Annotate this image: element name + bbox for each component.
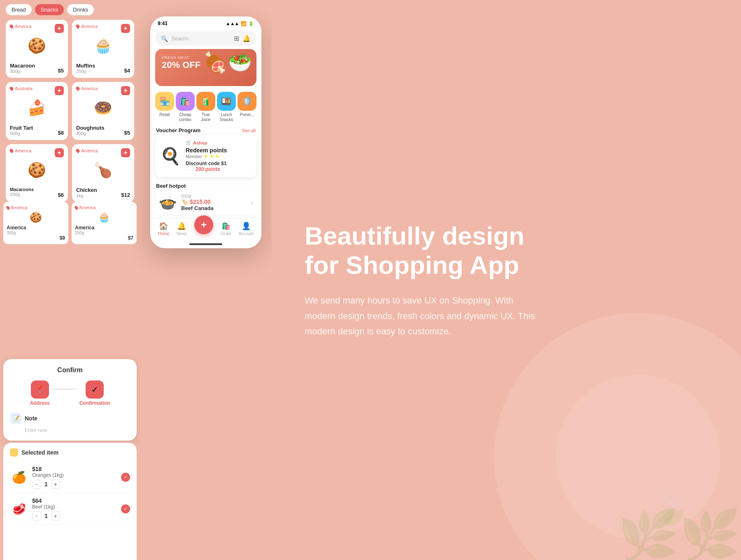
- cat-retail-label: Retail: [159, 112, 170, 117]
- signal-icon: ▲▲▲: [226, 21, 239, 26]
- product-name: Beef Canada: [181, 205, 247, 211]
- add-muffins-button[interactable]: +: [121, 24, 130, 33]
- selected-item-oranges: 🍊 $18 Oranges (1kg) - 1 + ✓: [10, 462, 130, 493]
- tab-bread[interactable]: Bread: [6, 4, 32, 15]
- macaroons2-price: $6: [58, 192, 64, 198]
- voucher-food-image: 🍳: [160, 147, 181, 166]
- oranges-qty-plus[interactable]: +: [51, 480, 60, 489]
- confirmation-step-label: Confirmation: [79, 400, 110, 406]
- voucher-discount: Discount code $1: [186, 161, 252, 166]
- home-icon: 🏠: [159, 222, 168, 231]
- search-placeholder: Search...: [171, 35, 231, 42]
- macaroons2-weight: 200g: [10, 192, 64, 197]
- fruittart-name: Fruit Tart: [10, 125, 64, 131]
- muffins-image: 🧁: [76, 31, 130, 60]
- nav-add-button[interactable]: +: [194, 215, 213, 234]
- cat-cheap-combo[interactable]: 🛍️ Cheap combo: [174, 92, 196, 122]
- oranges-name: Oranges (1kg): [32, 472, 117, 478]
- news-icon: 🔔: [177, 222, 186, 231]
- add-macaroon-button[interactable]: +: [55, 24, 64, 33]
- product-weight: 500gr: [181, 194, 247, 198]
- deco-leaf: 🍃: [650, 488, 692, 527]
- confirm-steps: 📍 Address ✓ Confirmation: [10, 380, 130, 406]
- status-icons: ▲▲▲ 📶 🔋: [226, 21, 254, 26]
- america-card-1: America 🍪 America 300g $9: [3, 202, 68, 244]
- tab-drinks[interactable]: Drinks: [67, 4, 94, 15]
- nav-home[interactable]: 🏠 Home: [158, 222, 169, 236]
- points-dashes: ······: [186, 167, 193, 172]
- oranges-qty-minus[interactable]: -: [32, 480, 41, 489]
- product-card-beef: 🍲 500gr 🏷️ $215.00 Beef Canada ›: [155, 191, 256, 215]
- nav-order[interactable]: 🛍️ Order: [221, 222, 231, 236]
- tab-snacks[interactable]: Snacks: [35, 4, 64, 15]
- chicken-price: $12: [121, 192, 130, 198]
- left-panel: Bread Snacks Drinks America + 🍪 Macaroon…: [0, 0, 140, 560]
- fruittart-image: 🍰: [10, 93, 64, 122]
- beef-name: Beef (1kg): [32, 504, 117, 510]
- nav-account[interactable]: 👤 Account: [239, 222, 254, 236]
- doughnuts-price: $5: [124, 130, 130, 136]
- america-card-2: America 🧁 America 250g $7: [72, 202, 137, 244]
- product-image: 🍲: [158, 194, 177, 211]
- pin-icon: [75, 148, 81, 154]
- status-time: 9:41: [158, 21, 168, 26]
- voucher-points-row: ······ 200 points: [186, 166, 252, 172]
- bell-icon[interactable]: 🔔: [242, 35, 251, 42]
- middle-panel: 9:41 ▲▲▲ 📶 🔋 🔍 Search... ⊞ 🔔 FRESH MEAT …: [140, 0, 272, 560]
- banner-food: 🍖🥗: [203, 51, 252, 74]
- beef-qty-minus[interactable]: -: [32, 511, 41, 520]
- battery-icon: 🔋: [248, 21, 254, 26]
- food-card-macaroon: America + 🍪 Macaroon 300g $5: [6, 20, 68, 78]
- beef-img: 🥩: [10, 500, 28, 518]
- oranges-info: $18 Oranges (1kg) - 1 +: [32, 466, 117, 489]
- add-chicken-button[interactable]: +: [121, 148, 130, 157]
- food-card-muffins: America + 🧁 Muffins 250g $4: [72, 20, 134, 78]
- beef-qty-plus[interactable]: +: [51, 511, 60, 520]
- add-fruittart-button[interactable]: +: [55, 86, 64, 95]
- oranges-qty-val: 1: [44, 481, 48, 488]
- food-card-doughnuts: America + 🍩 Doughnuts 300g $5: [72, 82, 134, 140]
- home-indicator: [189, 243, 222, 245]
- note-label: Note: [25, 415, 37, 422]
- oranges-check: ✓: [121, 473, 130, 482]
- address-step-label: Address: [30, 400, 50, 406]
- macaroon-image: 🍪: [10, 31, 64, 60]
- product-section-header: Beef hotpot: [150, 180, 261, 191]
- doughnuts-weight: 300g: [76, 131, 130, 136]
- chicken-image: 🍗: [76, 156, 130, 184]
- hero-description: We send many hours to save UX on Shoppin…: [305, 293, 535, 339]
- star-3: ★: [215, 154, 219, 159]
- step-line: [52, 389, 77, 390]
- selected-title: Selected item: [10, 448, 130, 457]
- note-placeholder[interactable]: Enter note: [25, 427, 130, 433]
- phone-banner: FRESH MEAT 20% OFF 🍖🥗: [155, 49, 256, 86]
- product-chevron[interactable]: ›: [251, 198, 253, 207]
- cat-preve[interactable]: 🛡️ Preve...: [238, 92, 256, 122]
- voucher-member: Member ★ ★ ★: [186, 154, 252, 159]
- store-icon: 🛒: [186, 140, 191, 145]
- qr-icon[interactable]: ⊞: [234, 35, 239, 42]
- pin-icon: [9, 24, 14, 29]
- see-all-button[interactable]: See all: [242, 128, 256, 133]
- phone-frame: 9:41 ▲▲▲ 📶 🔋 🔍 Search... ⊞ 🔔 FRESH MEAT …: [150, 16, 261, 248]
- selected-icon: [10, 448, 18, 457]
- cat-lunch-snacks[interactable]: 🍱 Lunch Snacks: [215, 92, 238, 122]
- cat-true-juice-label: True Juice: [196, 112, 215, 122]
- selected-item-beef: 🥩 $64 Beef (1kg) - 1 + ✓: [10, 493, 130, 525]
- food-card-chicken: America + 🍗 Chicken 1kg $12: [72, 144, 134, 202]
- nav-news[interactable]: 🔔 News: [177, 222, 187, 236]
- add-macaroons2-button[interactable]: +: [55, 148, 64, 157]
- voucher-section-header: Voucher Program See all: [150, 125, 261, 135]
- search-bar[interactable]: 🔍 Search... ⊞ 🔔: [155, 31, 256, 46]
- nav-home-label: Home: [158, 231, 169, 236]
- beef-qty-control: - 1 +: [32, 511, 117, 520]
- nav-account-label: Account: [239, 231, 254, 236]
- add-doughnuts-button[interactable]: +: [121, 86, 130, 95]
- order-icon: 🛍️: [221, 222, 231, 231]
- cat-cheap-combo-icon: 🛍️: [176, 92, 195, 111]
- cat-retail[interactable]: 🏪 Retail: [155, 92, 174, 122]
- cat-true-juice[interactable]: 🧃 True Juice: [196, 92, 215, 122]
- cat-lunch-snacks-icon: 🍱: [217, 92, 236, 111]
- food-card-fruittart: Australia + 🍰 Fruit Tart 500g $8: [6, 82, 68, 140]
- voucher-store: 🛒 Ashop: [186, 140, 252, 145]
